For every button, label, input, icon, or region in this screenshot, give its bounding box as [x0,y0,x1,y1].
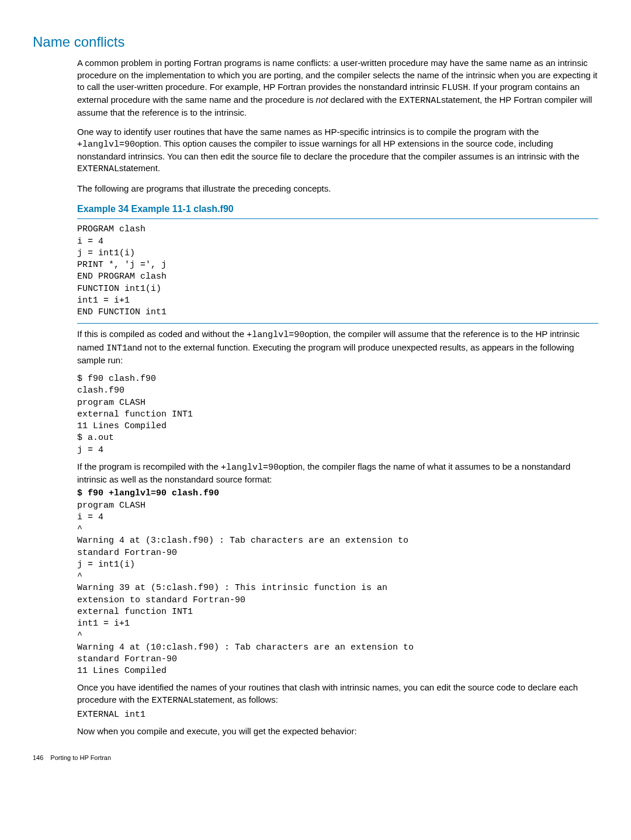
code-command-bold: $ f90 +langlvl=90 clash.f90 [77,488,219,498]
page-footer: 146Porting to HP Fortran [33,754,598,762]
body-paragraph-3: The following are programs that illustra… [77,183,598,195]
body-paragraph-4: If this is compiled as coded and without… [77,328,598,366]
code-inline: +langlvl=90 [221,463,279,473]
code-block-3: $ f90 +langlvl=90 clash.f90 program CLAS… [77,488,598,677]
text-run: declared with the [328,95,399,105]
text-run: One way to identify user routines that h… [77,127,539,137]
code-inline: +langlvl=90 [247,330,304,340]
text-run: If the program is recompiled with the [77,461,221,471]
code-inline: EXTERNAL [399,96,441,106]
code-block-2: $ f90 clash.f90 clash.f90 program CLASH … [77,373,598,456]
text-run: statement, as follows: [194,695,278,704]
divider-top [77,218,598,219]
footer-chapter: Porting to HP Fortran [50,754,111,761]
text-run: option. This option causes the compiler … [77,138,580,161]
code-inline: FLUSH [442,83,468,93]
divider-bottom [77,323,598,324]
code-block-1: PROGRAM clash i = 4 j = int1(i) PRINT *,… [77,224,598,318]
body-paragraph-1: A common problem in porting Fortran prog… [77,57,598,119]
code-inline: EXTERNAL [152,696,194,706]
code-output: program CLASH i = 4 ^ Warning 4 at (3:cl… [77,501,414,676]
code-inline: EXTERNAL [77,164,119,174]
code-inline: +langlvl=90 [77,140,135,150]
body-paragraph-5: If the program is recompiled with the +l… [77,461,598,486]
text-run: statement. [119,163,160,173]
text-run: and not to the external function. Execut… [77,342,574,365]
section-heading: Name conflicts [33,33,598,51]
code-inline: INT1 [106,343,127,353]
body-paragraph-2: One way to identify user routines that h… [77,126,598,176]
page-number: 146 [33,754,43,761]
body-paragraph-7: Now when you compile and execute, you wi… [77,726,598,737]
body-paragraph-6: Once you have identified the names of yo… [77,682,598,707]
code-block-4: EXTERNAL int1 [77,709,598,721]
example-heading: Example 34 Example 11-1 clash.f90 [77,203,598,216]
text-run: If this is compiled as coded and without… [77,329,247,339]
emphasis-text: not [316,95,328,105]
